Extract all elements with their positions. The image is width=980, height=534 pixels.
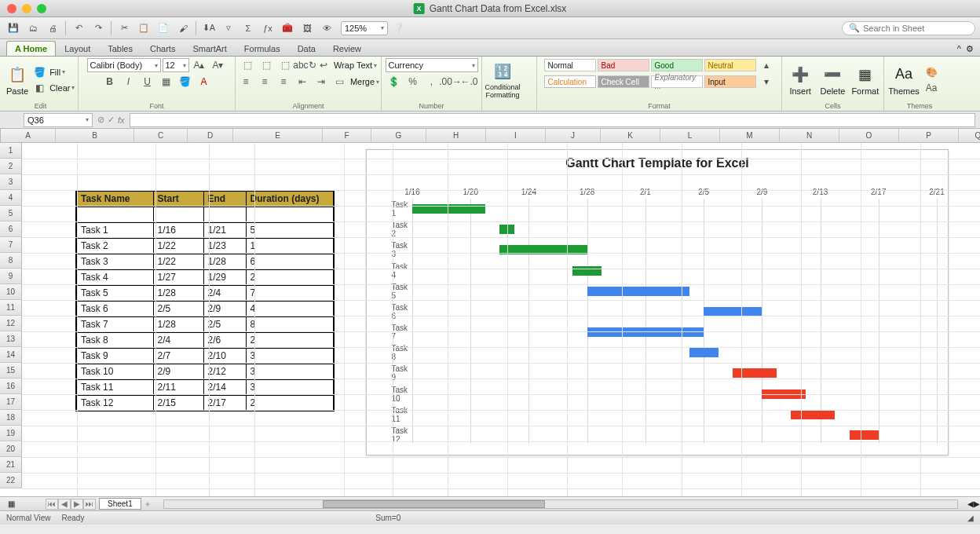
gantt-bar[interactable] [850, 430, 879, 440]
italic-icon[interactable]: I [120, 75, 137, 89]
align-top-icon[interactable]: ⬚ [240, 58, 257, 72]
gantt-bar[interactable] [733, 368, 777, 378]
grow-font-icon[interactable]: A▴ [191, 58, 208, 72]
indent-right-icon[interactable]: ⇥ [313, 75, 330, 89]
table-row[interactable]: Task 21/221/231 [76, 238, 334, 254]
copy-icon[interactable]: 📋 [135, 20, 152, 36]
align-bottom-icon[interactable]: ⬚ [277, 58, 294, 72]
table-row[interactable]: Task 92/72/103 [76, 348, 334, 364]
orientation-icon[interactable]: abc↻ [296, 58, 313, 72]
align-left-icon[interactable]: ≡ [237, 75, 254, 89]
save-icon[interactable]: 💾 [5, 20, 22, 36]
delete-cells-button[interactable]: ➖Delete [817, 60, 847, 101]
style-neutral[interactable]: Neutral [704, 59, 756, 71]
style-good[interactable]: Good [651, 59, 703, 71]
column-header-H[interactable]: H [426, 129, 486, 143]
ribbon-tab-ahome[interactable]: A Home [6, 41, 56, 56]
window-zoom-button[interactable] [37, 4, 46, 13]
style-scroll-up-icon[interactable]: ▴ [758, 58, 775, 72]
add-sheet-icon[interactable]: ＋ [141, 499, 154, 510]
style-bad[interactable]: Bad [598, 59, 649, 71]
scroll-left-icon[interactable]: ◀ [967, 499, 974, 508]
format-painter-icon[interactable]: 🖌 [174, 20, 192, 36]
table-row[interactable]: Task 82/42/62 [76, 332, 334, 348]
ribbon-tab-layout[interactable]: Layout [56, 41, 99, 56]
increase-decimal-icon[interactable]: .00→ [442, 75, 459, 89]
font-size-select[interactable]: 12▾ [163, 58, 189, 72]
row-header-9[interactable]: 9 [0, 269, 22, 284]
gantt-bar[interactable] [587, 327, 704, 337]
row-header-13[interactable]: 13 [0, 331, 22, 347]
sheet-tab-sheet1[interactable]: Sheet1 [99, 498, 141, 510]
row-header-5[interactable]: 5 [0, 206, 22, 221]
theme-fonts-icon[interactable]: Aa [923, 81, 940, 95]
filter-icon[interactable]: ▿ [220, 20, 237, 36]
fill-color-icon[interactable]: 🪣 [177, 75, 194, 89]
column-header-F[interactable]: F [323, 129, 371, 143]
save-as-icon[interactable]: 🗂 [24, 20, 42, 36]
insert-cells-button[interactable]: ➕Insert [785, 60, 815, 101]
gantt-bar[interactable] [791, 410, 835, 419]
column-header-O[interactable]: O [839, 129, 899, 143]
shrink-font-icon[interactable]: A▾ [210, 58, 227, 72]
search-input[interactable] [863, 24, 968, 33]
window-minimize-button[interactable] [22, 4, 31, 13]
gantt-bar[interactable] [689, 348, 719, 357]
indent-left-icon[interactable]: ⇤ [294, 75, 311, 89]
underline-icon[interactable]: U [139, 75, 156, 89]
border-icon[interactable]: ▦ [158, 75, 175, 89]
font-color-icon[interactable]: A [196, 75, 213, 89]
column-header-L[interactable]: L [660, 129, 720, 143]
table-row[interactable]: Task 41/271/292 [76, 269, 334, 285]
redo-icon[interactable]: ↷ [90, 20, 107, 36]
paste-button[interactable]: 📋Paste [6, 60, 28, 101]
bold-icon[interactable]: B [101, 75, 119, 89]
table-row[interactable]: Task 31/221/286 [76, 254, 334, 269]
row-header-22[interactable]: 22 [0, 473, 22, 488]
sort-icon[interactable]: ⬇A [200, 20, 218, 36]
table-row[interactable]: Task 112/112/143 [76, 379, 334, 395]
ribbon-tab-review[interactable]: Review [324, 41, 370, 56]
row-header-17[interactable]: 17 [0, 394, 22, 410]
style-input[interactable]: Input [704, 75, 756, 88]
table-row[interactable]: Task 122/152/172 [76, 395, 334, 411]
column-header-J[interactable]: J [546, 129, 601, 143]
column-header-E[interactable]: E [233, 129, 323, 143]
formula-input[interactable] [130, 113, 975, 127]
row-header-14[interactable]: 14 [0, 347, 22, 363]
column-header-I[interactable]: I [486, 129, 546, 143]
style-check-cell[interactable]: Check Cell [598, 75, 649, 88]
table-row[interactable]: Task 51/282/47 [76, 285, 334, 301]
ribbon-tab-tables[interactable]: Tables [99, 41, 141, 56]
sheet-search[interactable]: 🔍 [842, 21, 975, 35]
worksheet-grid[interactable]: ABCDEFGHIJKLMNOPQR 123456789101112131415… [0, 129, 980, 496]
column-header-A[interactable]: A [1, 129, 56, 143]
row-header-4[interactable]: 4 [0, 190, 22, 206]
print-icon[interactable]: 🖨 [44, 20, 61, 36]
fx-icon[interactable]: ƒx [259, 20, 276, 36]
decrease-decimal-icon[interactable]: ←.0 [461, 75, 478, 89]
column-header-P[interactable]: P [899, 129, 959, 143]
row-header-11[interactable]: 11 [0, 300, 22, 316]
row-header-21[interactable]: 21 [0, 457, 22, 473]
sheet-nav-first-icon[interactable]: ⏮ [46, 499, 58, 510]
row-header-15[interactable]: 15 [0, 363, 22, 379]
themes-button[interactable]: AaThemes [887, 60, 920, 101]
conditional-formatting-button[interactable]: 🔢Conditional Formatting [485, 60, 520, 101]
theme-colors-icon[interactable]: 🎨 [923, 65, 940, 79]
style-calculation[interactable]: Calculation [544, 75, 596, 88]
name-box[interactable]: Q36▾ [24, 113, 93, 127]
gantt-bar[interactable] [587, 287, 689, 296]
sheet-nav-prev-icon[interactable]: ◀ [58, 499, 71, 510]
gantt-bar[interactable] [572, 266, 602, 276]
ribbon-tab-data[interactable]: Data [289, 41, 324, 56]
ribbon-tab-charts[interactable]: Charts [141, 41, 184, 56]
currency-icon[interactable]: 💲 [386, 75, 403, 89]
column-header-D[interactable]: D [188, 129, 233, 143]
column-header-N[interactable]: N [780, 129, 839, 143]
paste-icon[interactable]: 📄 [155, 20, 172, 36]
gear-icon[interactable]: ⚙ [966, 44, 974, 54]
style-scroll-down-icon[interactable]: ▾ [758, 75, 775, 89]
autosum-icon[interactable]: Σ [240, 20, 257, 36]
row-header-16[interactable]: 16 [0, 379, 22, 394]
